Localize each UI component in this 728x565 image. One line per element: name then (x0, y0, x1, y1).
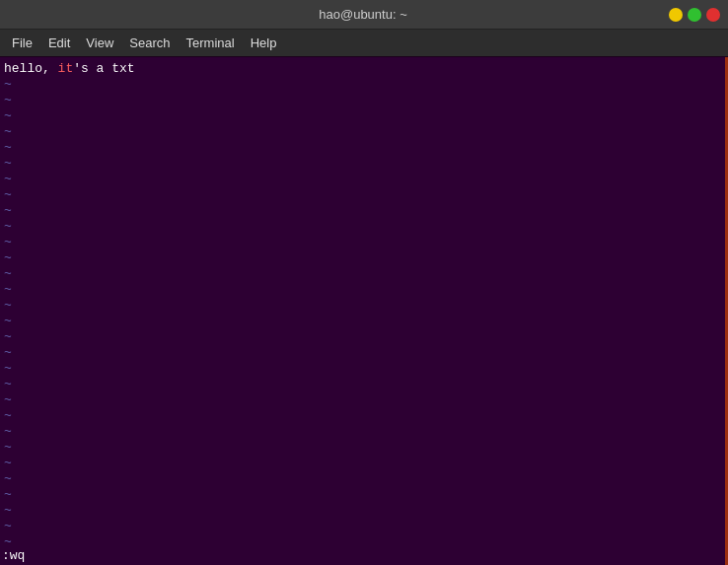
tilde-line: ~ (4, 140, 724, 156)
text-hello: hello, (4, 61, 58, 76)
tilde-lines: ~~~~~~~~~~~~~~~~~~~~~~~~~~~~~~ (4, 77, 724, 550)
status-line: :wq (2, 548, 25, 563)
tilde-line: ~ (4, 329, 724, 345)
tilde-line: ~ (4, 282, 724, 298)
terminal-first-line: hello, it's a txt (4, 61, 724, 77)
tilde-line: ~ (4, 250, 724, 266)
text-rest: 's a txt (73, 61, 134, 76)
terminal-content: hello, it's a txt ~~~~~~~~~~~~~~~~~~~~~~… (4, 61, 724, 550)
tilde-line: ~ (4, 361, 724, 377)
tilde-line: ~ (4, 424, 724, 440)
tilde-line: ~ (4, 124, 724, 140)
menu-bar: File Edit View Search Terminal Help (0, 30, 728, 57)
window-controls (669, 8, 720, 22)
close-button[interactable] (706, 8, 720, 22)
tilde-line: ~ (4, 408, 724, 424)
menu-item-terminal[interactable]: Terminal (179, 32, 243, 54)
menu-item-view[interactable]: View (78, 32, 121, 54)
tilde-line: ~ (4, 203, 724, 219)
menu-item-search[interactable]: Search (121, 32, 178, 54)
tilde-line: ~ (4, 93, 724, 108)
tilde-line: ~ (4, 266, 724, 282)
tilde-line: ~ (4, 534, 724, 550)
tilde-line: ~ (4, 77, 724, 93)
tilde-line: ~ (4, 108, 724, 124)
tilde-line: ~ (4, 235, 724, 250)
tilde-line: ~ (4, 456, 724, 471)
tilde-line: ~ (4, 519, 724, 534)
menu-item-edit[interactable]: Edit (40, 32, 78, 54)
window-title: hao@ubuntu: ~ (57, 7, 669, 22)
menu-item-help[interactable]: Help (243, 32, 285, 54)
tilde-line: ~ (4, 392, 724, 408)
tilde-line: ~ (4, 440, 724, 456)
maximize-button[interactable] (688, 8, 701, 22)
tilde-line: ~ (4, 377, 724, 392)
title-bar: hao@ubuntu: ~ (0, 0, 728, 30)
tilde-line: ~ (4, 503, 724, 519)
tilde-line: ~ (4, 219, 724, 235)
text-it: it (58, 61, 74, 76)
terminal-area[interactable]: hello, it's a txt ~~~~~~~~~~~~~~~~~~~~~~… (0, 57, 728, 565)
tilde-line: ~ (4, 471, 724, 487)
menu-item-file[interactable]: File (4, 32, 40, 54)
tilde-line: ~ (4, 314, 724, 329)
tilde-line: ~ (4, 156, 724, 172)
minimize-button[interactable] (669, 8, 683, 22)
tilde-line: ~ (4, 345, 724, 361)
tilde-line: ~ (4, 172, 724, 187)
tilde-line: ~ (4, 487, 724, 503)
tilde-line: ~ (4, 298, 724, 314)
tilde-line: ~ (4, 187, 724, 203)
